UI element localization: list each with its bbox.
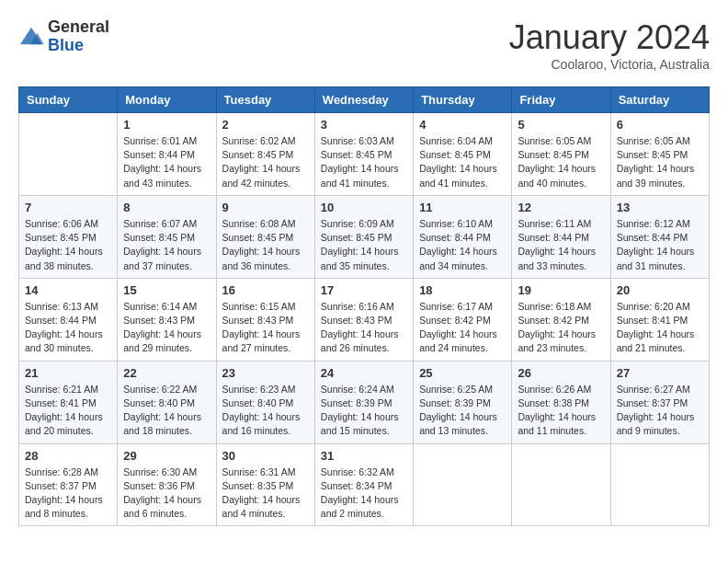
calendar-cell [19,113,118,196]
sunset-text: Sunset: 8:45 PM [222,148,309,162]
calendar-cell: 13 Sunrise: 6:12 AM Sunset: 8:44 PM Dayl… [610,195,709,278]
day-number: 31 [321,449,407,463]
sunset-text: Sunset: 8:44 PM [419,231,506,245]
month-title: January 2024 [509,18,710,57]
daylight-text: Daylight: 14 hours and 21 minutes. [617,327,703,355]
sunset-text: Sunset: 8:38 PM [518,396,604,410]
day-number: 25 [419,366,506,380]
column-header-saturday: Saturday [610,87,709,113]
daylight-text: Daylight: 14 hours and 29 minutes. [123,327,210,355]
day-number: 5 [518,118,604,132]
sunset-text: Sunset: 8:42 PM [518,314,604,327]
daylight-text: Daylight: 14 hours and 42 minutes. [222,162,309,190]
cell-content: Sunrise: 6:05 AM Sunset: 8:45 PM Dayligh… [518,134,604,190]
day-number: 21 [25,366,111,380]
sunset-text: Sunset: 8:44 PM [617,231,703,245]
daylight-text: Daylight: 14 hours and 43 minutes. [123,162,210,190]
sunrise-text: Sunrise: 6:25 AM [419,383,506,396]
day-number: 13 [617,201,703,214]
logo-line1: General [48,18,109,37]
daylight-text: Daylight: 14 hours and 16 minutes. [222,410,309,438]
day-number: 18 [419,283,506,297]
cell-content: Sunrise: 6:14 AM Sunset: 8:43 PM Dayligh… [123,300,210,356]
calendar-cell: 19 Sunrise: 6:18 AM Sunset: 8:42 PM Dayl… [512,278,610,361]
sunset-text: Sunset: 8:39 PM [321,396,407,410]
sunrise-text: Sunrise: 6:24 AM [321,383,407,396]
calendar-cell: 18 Sunrise: 6:17 AM Sunset: 8:42 PM Dayl… [414,278,512,361]
day-number: 11 [419,201,506,214]
cell-content: Sunrise: 6:01 AM Sunset: 8:44 PM Dayligh… [123,134,210,190]
daylight-text: Daylight: 14 hours and 33 minutes. [518,245,604,272]
calendar-cell: 31 Sunrise: 6:32 AM Sunset: 8:34 PM Dayl… [314,443,413,526]
cell-content: Sunrise: 6:32 AM Sunset: 8:34 PM Dayligh… [321,465,407,522]
cell-content: Sunrise: 6:24 AM Sunset: 8:39 PM Dayligh… [321,383,407,439]
sunset-text: Sunset: 8:44 PM [518,231,604,245]
sunrise-text: Sunrise: 6:31 AM [222,465,309,479]
day-number: 23 [222,366,309,380]
cell-content: Sunrise: 6:02 AM Sunset: 8:45 PM Dayligh… [222,134,309,190]
calendar-cell: 3 Sunrise: 6:03 AM Sunset: 8:45 PM Dayli… [314,113,413,196]
sunset-text: Sunset: 8:34 PM [321,479,407,493]
sunset-text: Sunset: 8:45 PM [518,148,604,162]
sunrise-text: Sunrise: 6:28 AM [25,465,111,479]
day-number: 22 [123,366,210,380]
calendar-cell: 17 Sunrise: 6:16 AM Sunset: 8:43 PM Dayl… [314,278,413,361]
sunset-text: Sunset: 8:35 PM [222,479,309,493]
cell-content: Sunrise: 6:08 AM Sunset: 8:45 PM Dayligh… [222,217,309,273]
calendar-cell: 15 Sunrise: 6:14 AM Sunset: 8:43 PM Dayl… [118,278,216,361]
day-number: 19 [518,283,604,297]
daylight-text: Daylight: 14 hours and 37 minutes. [123,245,210,272]
column-header-monday: Monday [118,87,216,113]
page-header: General Blue January 2024 Coolaroo, Vict… [18,18,710,72]
column-header-sunday: Sunday [19,87,118,113]
sunset-text: Sunset: 8:43 PM [222,314,309,327]
sunset-text: Sunset: 8:45 PM [617,148,703,162]
sunset-text: Sunset: 8:43 PM [123,314,210,327]
sunrise-text: Sunrise: 6:13 AM [25,300,111,314]
calendar-cell: 8 Sunrise: 6:07 AM Sunset: 8:45 PM Dayli… [118,195,216,278]
cell-content: Sunrise: 6:21 AM Sunset: 8:41 PM Dayligh… [25,383,111,439]
day-number: 28 [25,449,111,463]
sunrise-text: Sunrise: 6:22 AM [123,383,210,396]
cell-content: Sunrise: 6:05 AM Sunset: 8:45 PM Dayligh… [617,134,703,190]
sunset-text: Sunset: 8:45 PM [321,231,407,245]
column-header-friday: Friday [512,87,610,113]
cell-content: Sunrise: 6:27 AM Sunset: 8:37 PM Dayligh… [617,383,703,439]
daylight-text: Daylight: 14 hours and 27 minutes. [222,327,309,355]
day-number: 3 [321,118,407,132]
calendar-cell: 4 Sunrise: 6:04 AM Sunset: 8:45 PM Dayli… [414,113,512,196]
cell-content: Sunrise: 6:04 AM Sunset: 8:45 PM Dayligh… [419,134,506,190]
day-number: 29 [123,449,210,463]
day-number: 6 [617,118,703,132]
calendar-week-row: 1 Sunrise: 6:01 AM Sunset: 8:44 PM Dayli… [19,113,710,196]
daylight-text: Daylight: 14 hours and 23 minutes. [518,327,604,355]
sunset-text: Sunset: 8:44 PM [25,314,111,327]
sunset-text: Sunset: 8:37 PM [25,479,111,493]
cell-content: Sunrise: 6:10 AM Sunset: 8:44 PM Dayligh… [419,217,506,273]
daylight-text: Daylight: 14 hours and 39 minutes. [617,162,703,190]
sunset-text: Sunset: 8:39 PM [419,396,506,410]
calendar-week-row: 14 Sunrise: 6:13 AM Sunset: 8:44 PM Dayl… [19,278,710,361]
cell-content: Sunrise: 6:31 AM Sunset: 8:35 PM Dayligh… [222,465,309,522]
sunrise-text: Sunrise: 6:07 AM [123,217,210,231]
cell-content: Sunrise: 6:20 AM Sunset: 8:41 PM Dayligh… [617,300,703,356]
calendar-cell: 20 Sunrise: 6:20 AM Sunset: 8:41 PM Dayl… [610,278,709,361]
day-number: 24 [321,366,407,380]
cell-content: Sunrise: 6:11 AM Sunset: 8:44 PM Dayligh… [518,217,604,273]
day-number: 10 [321,201,407,214]
calendar-week-row: 7 Sunrise: 6:06 AM Sunset: 8:45 PM Dayli… [19,195,710,278]
sunrise-text: Sunrise: 6:18 AM [518,300,604,314]
sunrise-text: Sunrise: 6:30 AM [123,465,210,479]
calendar-cell: 14 Sunrise: 6:13 AM Sunset: 8:44 PM Dayl… [19,278,118,361]
sunrise-text: Sunrise: 6:23 AM [222,383,309,396]
daylight-text: Daylight: 14 hours and 26 minutes. [321,327,407,355]
daylight-text: Daylight: 14 hours and 34 minutes. [419,245,506,272]
calendar-cell: 21 Sunrise: 6:21 AM Sunset: 8:41 PM Dayl… [19,361,118,443]
calendar-cell: 6 Sunrise: 6:05 AM Sunset: 8:45 PM Dayli… [610,113,709,196]
sunrise-text: Sunrise: 6:21 AM [25,383,111,396]
calendar-cell: 24 Sunrise: 6:24 AM Sunset: 8:39 PM Dayl… [314,361,413,443]
daylight-text: Daylight: 14 hours and 41 minutes. [321,162,407,190]
daylight-text: Daylight: 14 hours and 20 minutes. [25,410,111,438]
cell-content: Sunrise: 6:15 AM Sunset: 8:43 PM Dayligh… [222,300,309,356]
daylight-text: Daylight: 14 hours and 31 minutes. [617,245,703,272]
